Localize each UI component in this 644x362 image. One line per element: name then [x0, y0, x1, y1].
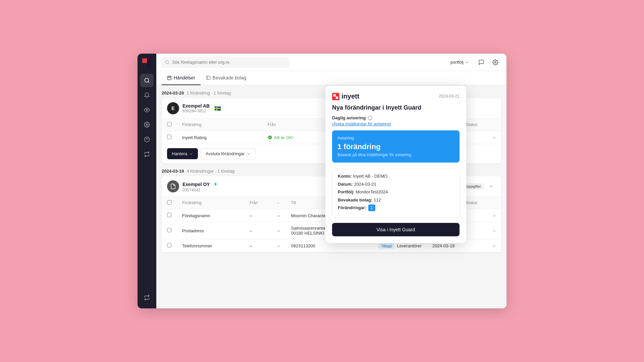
popup-title: Nya förändringar i Inyett Guard [325, 104, 466, 115]
sidebar-icon-settings[interactable] [140, 118, 154, 131]
row-name-pa: Postadress [177, 222, 233, 239]
date-meta-1: 1 förändring · 1 företag [187, 90, 231, 96]
svg-rect-0 [142, 58, 147, 63]
sidebar-icon-fingerprint[interactable] [140, 133, 154, 146]
popup-avisering-sub: Baserat på dina inställningar för aviser… [337, 153, 454, 157]
svg-rect-21 [336, 97, 338, 99]
popup-date: 2024-03-21 [439, 93, 460, 99]
popup-info-card: Konto: Inyett AB - DEMO Datum: 2024-03-2… [332, 168, 460, 218]
sidebar-icon-cloud[interactable] [140, 147, 154, 161]
date-meta-2: 4 förändringar · 1 företag [187, 169, 235, 174]
row-name-ft: Företagsnamn [177, 209, 233, 222]
company-org-exempel-ab: 556284-3812 [182, 109, 210, 113]
chevron-up-icon [489, 184, 493, 189]
search-icon [165, 60, 169, 65]
chevron-down-icon-avsluta [247, 152, 251, 156]
tab-händelser[interactable]: Händelser [162, 71, 201, 85]
chat-button[interactable] [476, 57, 487, 68]
company-org-exempel-oy: 03574042 [182, 188, 217, 192]
company-name-exempel-ab: Exempel AB [182, 103, 210, 109]
svg-point-7 [166, 61, 169, 64]
company-name-exempel-oy: Exempel OY + [182, 181, 217, 188]
search-input[interactable] [172, 60, 286, 65]
check-circle-icon [268, 135, 272, 140]
settings-button[interactable] [490, 57, 501, 68]
row-förändring-1: Inyett Rating [177, 131, 252, 144]
tab-bevakade[interactable]: Bevakade bolag [201, 71, 252, 85]
sidebar-icon-transfer[interactable] [140, 291, 154, 304]
popup-logo-text: inyett [341, 93, 359, 100]
row-checkbox-1[interactable] [167, 135, 171, 139]
svg-point-5 [146, 109, 148, 111]
popup-förändringar-row: Förändringar: 1 [338, 204, 454, 211]
topbar: portfölj [156, 54, 506, 71]
hantera-button[interactable]: Hantera [167, 148, 198, 159]
popup-förändringar-count: 1 [368, 204, 375, 211]
svg-point-3 [145, 78, 149, 82]
nav-arrow-pa[interactable]: » [493, 228, 496, 233]
händelser-icon [167, 75, 172, 80]
sidebar-icon-monitor[interactable] [140, 103, 154, 117]
select-all-checkbox-2[interactable] [167, 200, 171, 204]
logo-square-icon [333, 94, 338, 99]
popup-daily-label: Daglig avisering [325, 115, 466, 122]
popup-bevakade-row: Bevakade bolag: 112 [338, 197, 454, 203]
company-flag-exempel-ab: 🇸🇪 [214, 105, 221, 112]
chevron-down-icon-hantera [189, 152, 193, 156]
popup-logo: inyett [332, 93, 359, 100]
nav-arrow-tel[interactable]: » [493, 243, 496, 248]
company-avatar-exempel-oy [167, 180, 179, 192]
svg-line-8 [168, 63, 169, 64]
popup-header: inyett 2024-03-21 [325, 86, 466, 104]
th-förändring-2: Förändring [177, 197, 233, 209]
svg-rect-20 [333, 94, 336, 97]
row-from-tel: – [244, 239, 271, 252]
sidebar-icon-search[interactable] [140, 74, 154, 87]
nav-arrow-1[interactable]: » [493, 134, 496, 140]
svg-rect-14 [207, 76, 210, 80]
visa-inyett-guard-button[interactable]: Visa i Inyett Guard [332, 223, 460, 236]
app-container: portfölj Händelser Bevakade bolag [138, 54, 506, 308]
sidebar-icon-bell[interactable] [140, 88, 154, 102]
bevakade-icon [206, 75, 211, 80]
date-label-1: 2024-03-20 [162, 90, 184, 96]
popup-settings-link[interactable]: (Ändra inställningar för avisering) [325, 122, 466, 130]
popup-avisering-card: Avisering 1 förändring Baserat på dina i… [332, 130, 460, 163]
svg-line-4 [148, 81, 149, 82]
svg-point-6 [146, 124, 148, 126]
row-checkbox-tel[interactable] [167, 243, 171, 247]
row-checkbox-ft[interactable] [167, 213, 171, 217]
gear-icon [492, 59, 498, 65]
chat-icon [478, 59, 484, 65]
svg-rect-10 [168, 76, 171, 80]
popup-logo-icon [332, 93, 339, 100]
sidebar [138, 54, 156, 308]
tag-tillagd-tel: Tillagd [378, 243, 394, 249]
row-checkbox-pa[interactable] [167, 228, 171, 232]
collapse-button[interactable] [486, 182, 496, 191]
tab-händelser-label: Händelser [174, 75, 195, 80]
tab-bevakade-label: Bevakade bolag [213, 75, 246, 80]
popup-datum-row: Datum: 2024-03-21 [338, 181, 454, 188]
svg-rect-1 [147, 58, 152, 63]
row-name-tel: Telefonnummer [177, 239, 233, 252]
svg-point-9 [495, 61, 496, 63]
date-label-2: 2024-03-19 [162, 169, 184, 174]
row-from-ft: – [244, 209, 271, 222]
plus-icon[interactable]: + [214, 181, 217, 187]
th-från-2: Från [244, 197, 271, 209]
portfölj-button[interactable]: portfölj [446, 57, 473, 68]
popup-konto-row: Konto: Inyett AB - DEMO [338, 173, 454, 180]
portfölj-label: portfölj [450, 60, 464, 65]
search-box[interactable] [162, 57, 289, 68]
row-from-pa: – [244, 222, 271, 239]
app-logo [142, 58, 152, 68]
chevron-down-icon [465, 60, 469, 64]
popup-avisering-count: 1 förändring [337, 142, 454, 151]
popup-avisering-label: Avisering [337, 136, 454, 140]
company-info-exempel-oy: Exempel OY + 03574042 [182, 181, 217, 192]
th-förändring: Förändring [177, 119, 252, 131]
nav-arrow-ft[interactable]: » [493, 213, 496, 218]
avsluta-button[interactable]: Avsluta förändringar [201, 148, 256, 159]
select-all-checkbox-1[interactable] [167, 122, 171, 126]
